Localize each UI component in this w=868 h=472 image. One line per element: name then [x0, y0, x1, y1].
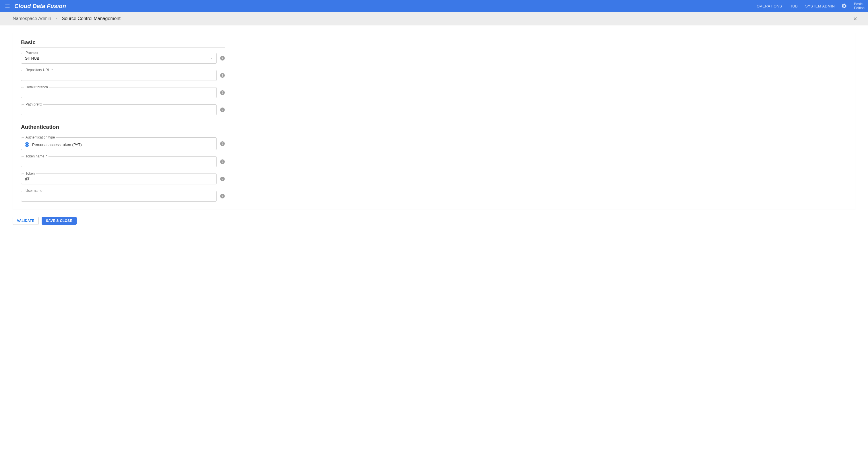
svg-marker-5 [211, 58, 212, 59]
token-label: Token [24, 171, 36, 175]
help-icon-token-name[interactable]: ? [220, 160, 225, 164]
menu-button[interactable] [2, 1, 12, 11]
user-name-label: User name [24, 189, 44, 193]
gear-icon [841, 3, 847, 9]
edition-line2: Edition [854, 6, 865, 10]
help-icon-auth-type[interactable]: ? [220, 141, 225, 146]
help-icon-provider[interactable]: ? [220, 56, 225, 61]
nav-links: OPERATIONS HUB SYSTEM ADMIN [756, 4, 835, 8]
svg-rect-1 [5, 6, 10, 6]
eye-off-icon [25, 176, 30, 181]
provider-value: GITHUB [25, 56, 210, 61]
help-icon-path-prefix[interactable]: ? [220, 107, 225, 112]
help-icon-repo-url[interactable]: ? [220, 73, 225, 78]
user-name-input[interactable] [25, 194, 213, 198]
provider-select[interactable]: Provider GITHUB [21, 53, 217, 64]
provider-label: Provider [24, 51, 40, 55]
close-icon [853, 16, 857, 21]
breadcrumb-prev[interactable]: Namespace Admin [12, 16, 51, 21]
repo-url-input[interactable] [25, 73, 213, 78]
repo-url-label: Repository URL * [24, 68, 54, 72]
token-name-label: Token name * [24, 154, 49, 158]
nav-operations[interactable]: OPERATIONS [756, 4, 782, 8]
field-row-auth-type: Authentication type Personal access toke… [21, 137, 228, 150]
auth-type-label: Authentication type [24, 135, 56, 139]
section-rule-auth [21, 132, 225, 132]
svg-rect-0 [5, 5, 10, 5]
field-row-default-branch: Default branch ? [21, 87, 228, 98]
breadcrumb-bar: Namespace Admin Source Control Managemen… [0, 12, 868, 25]
footer-buttons: VALIDATE SAVE & CLOSE [12, 217, 868, 225]
close-button[interactable] [851, 14, 859, 23]
edition-line1: Basic [854, 2, 865, 6]
section-title-auth: Authentication [21, 124, 228, 130]
nav-hub[interactable]: HUB [789, 4, 798, 8]
token-input[interactable] [32, 177, 213, 181]
appbar-divider [851, 2, 851, 10]
path-prefix-label: Path prefix [24, 102, 43, 106]
form-panel: Basic Provider GITHUB ? Repository URL *… [12, 33, 856, 210]
auth-type-radio-pat[interactable]: Personal access token (PAT) [25, 142, 82, 147]
default-branch-field[interactable]: Default branch [21, 87, 217, 98]
nav-system-admin[interactable]: SYSTEM ADMIN [805, 4, 835, 8]
path-prefix-input[interactable] [25, 108, 213, 112]
required-star: * [51, 68, 53, 72]
path-prefix-field[interactable]: Path prefix [21, 104, 217, 115]
radio-icon [25, 142, 29, 147]
section-title-basic: Basic [21, 39, 228, 45]
repo-url-field[interactable]: Repository URL * [21, 70, 217, 81]
auth-type-option-label: Personal access token (PAT) [32, 142, 82, 147]
token-field[interactable]: Token [21, 173, 217, 184]
save-close-button[interactable]: SAVE & CLOSE [42, 217, 76, 225]
settings-button[interactable] [840, 2, 848, 10]
breadcrumb-current: Source Control Management [62, 16, 121, 21]
form-column: Basic Provider GITHUB ? Repository URL *… [13, 39, 228, 202]
visibility-toggle[interactable] [25, 176, 30, 181]
help-icon-default-branch[interactable]: ? [220, 90, 225, 95]
help-icon-token[interactable]: ? [220, 177, 225, 181]
chevron-down-icon [210, 57, 213, 60]
required-star: * [45, 154, 47, 158]
field-row-repo-url: Repository URL * ? [21, 70, 228, 81]
field-row-token-name: Token name * ? [21, 156, 228, 167]
token-name-field[interactable]: Token name * [21, 156, 217, 167]
brand-title: Cloud Data Fusion [14, 3, 66, 9]
field-row-provider: Provider GITHUB ? [21, 53, 228, 64]
help-icon-user-name[interactable]: ? [220, 194, 225, 198]
app-bar: Cloud Data Fusion OPERATIONS HUB SYSTEM … [0, 0, 868, 12]
user-name-field[interactable]: User name [21, 191, 217, 202]
token-name-input[interactable] [25, 160, 213, 164]
field-row-user-name: User name ? [21, 191, 228, 202]
default-branch-label: Default branch [24, 85, 50, 89]
default-branch-input[interactable] [25, 91, 213, 95]
validate-button[interactable]: VALIDATE [12, 217, 39, 225]
hamburger-icon [5, 3, 10, 9]
field-row-path-prefix: Path prefix ? [21, 104, 228, 115]
svg-rect-2 [5, 7, 10, 7]
edition-badge: Basic Edition [854, 2, 865, 10]
chevron-right-icon [55, 17, 58, 20]
field-row-token: Token ? [21, 173, 228, 184]
auth-type-group: Authentication type Personal access toke… [21, 137, 217, 150]
